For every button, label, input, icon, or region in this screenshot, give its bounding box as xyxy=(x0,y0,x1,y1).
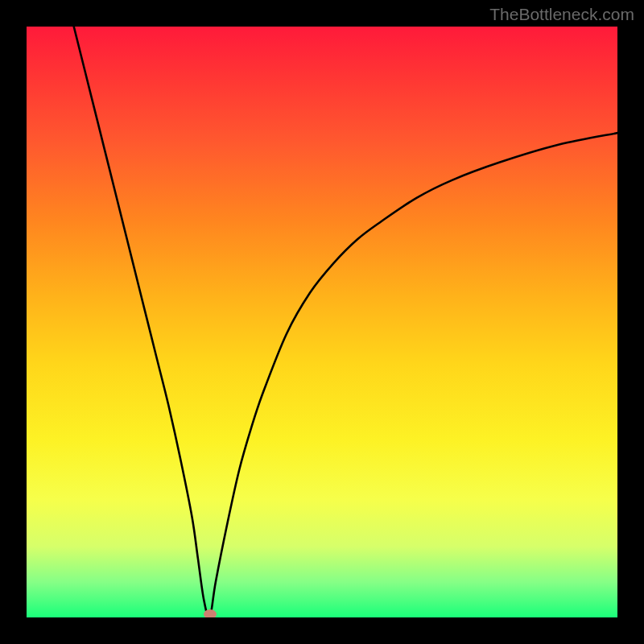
watermark-text: TheBottleneck.com xyxy=(489,5,634,24)
plot-area xyxy=(27,27,617,617)
chart-frame: TheBottleneck.com xyxy=(0,0,644,644)
sweet-spot-marker xyxy=(204,609,217,617)
bottleneck-curve xyxy=(27,27,617,617)
